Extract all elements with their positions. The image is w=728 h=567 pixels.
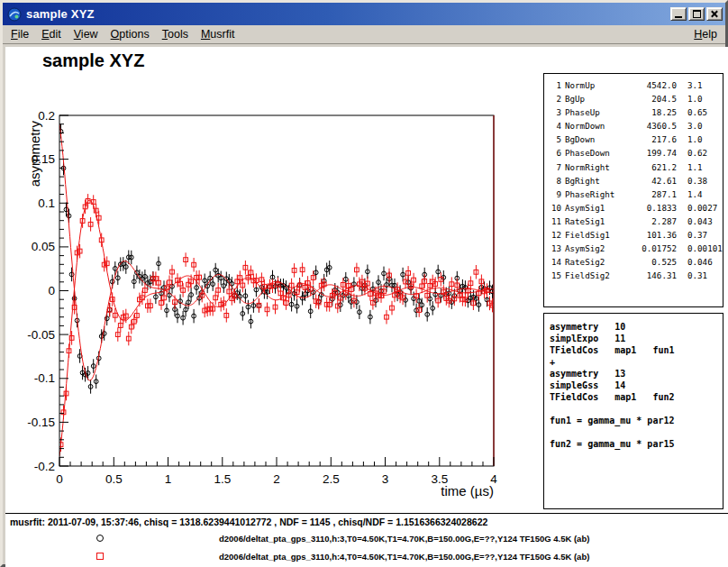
menu-item-tools[interactable]: Tools <box>156 26 195 42</box>
param-index: 4 <box>549 121 561 131</box>
parameter-rows: 1NormUp4542.03.12BgUp204.51.03PhaseUp18.… <box>549 80 723 284</box>
legend-entry-0: d2006/deltat_pta_gps_3110,h:3,T0=4.50K,T… <box>5 531 728 547</box>
param-row-BgUp: 2BgUp204.51.0 <box>549 94 723 107</box>
param-value: 18.25 <box>628 107 677 117</box>
svg-text:1: 1 <box>165 472 172 486</box>
footer-separator <box>5 513 728 514</box>
series-0-errorbars <box>61 124 493 394</box>
maximize-icon <box>693 10 701 18</box>
param-value: 146.31 <box>628 270 677 280</box>
param-row-BgRight: 8BgRight42.610.38 <box>549 176 723 189</box>
plot-frame <box>59 115 494 466</box>
param-name: AsymSig2 <box>565 243 628 253</box>
y-axis-title: asymmetry <box>27 121 42 187</box>
legend-label: d2006/deltat_pta_gps_3110,h:3,T0=4.50K,T… <box>219 534 589 544</box>
svg-text:0: 0 <box>48 284 55 297</box>
param-error: 1.4 <box>687 189 703 199</box>
close-button[interactable] <box>706 7 723 21</box>
param-name: BgUp <box>565 94 628 104</box>
plot-canvas[interactable]: 0.20.150.10.050-0.05-0.1-0.15-0.200.511.… <box>5 47 542 513</box>
param-index: 7 <box>549 162 561 172</box>
param-name: NormDown <box>565 121 628 131</box>
param-name: AsymSig1 <box>565 203 628 213</box>
param-name: FieldSig2 <box>565 270 628 280</box>
param-index: 2 <box>549 94 561 104</box>
menu-help-area: Help <box>687 26 723 42</box>
theory-box: asymmetry 10 simplExpo 11 TFieldCos map1… <box>543 313 723 509</box>
svg-text:1.5: 1.5 <box>214 472 231 486</box>
svg-text:2: 2 <box>273 472 280 486</box>
param-row-BgDown: 5BgDown217.61.0 <box>549 134 723 148</box>
param-value: 621.2 <box>628 162 677 172</box>
svg-text:-0.2: -0.2 <box>34 460 55 473</box>
menu-item-help[interactable]: Help <box>687 26 723 42</box>
svg-text:0.1: 0.1 <box>38 197 55 210</box>
param-error: 0.043 <box>687 216 713 226</box>
param-value: 0.1833 <box>628 203 677 213</box>
param-row-NormDown: 4NormDown4360.53.0 <box>549 121 723 134</box>
menu-item-musrfit[interactable]: Musrfit <box>195 26 241 42</box>
param-name: PhaseUp <box>565 107 628 117</box>
parameter-box: 1NormUp4542.03.12BgUp204.51.03PhaseUp18.… <box>543 73 723 307</box>
canvas-area[interactable]: sample XYZ 0.20.150.10.050-0.05-0.1-0.15… <box>5 47 728 567</box>
param-row-FieldSig1: 12FieldSig1101.360.37 <box>549 230 723 243</box>
param-row-NormUp: 1NormUp4542.03.1 <box>549 80 723 94</box>
param-name: FieldSig1 <box>565 230 628 240</box>
series-0-markers <box>59 129 495 389</box>
menu-items: FileEditViewOptionsToolsMusrfit <box>5 26 241 42</box>
fit-status-line: musrfit: 2011-07-09, 15:37:46, chisq = 1… <box>10 517 487 527</box>
theory-text: asymmetry 10 simplExpo 11 TFieldCos map1… <box>544 314 723 457</box>
maximize-button[interactable] <box>688 7 705 21</box>
menu-item-file[interactable]: File <box>5 26 35 42</box>
param-index: 11 <box>549 216 561 226</box>
param-error: 1.0 <box>687 94 703 104</box>
param-value: 2.287 <box>628 216 677 226</box>
param-value: 204.5 <box>628 94 677 104</box>
param-row-AsymSig2: 13AsymSig20.017520.00101 <box>549 243 723 257</box>
legend-entry-1: d2006/deltat_pta_gps_3110,h:4,T0=4.50K,T… <box>5 549 728 565</box>
menu-item-view[interactable]: View <box>68 26 105 42</box>
param-value: 217.6 <box>628 134 677 144</box>
menu-item-edit[interactable]: Edit <box>35 26 68 42</box>
window-controls <box>670 7 723 21</box>
x-axis-title: time (µs) <box>441 483 494 498</box>
titlebar[interactable]: sample XYZ <box>3 3 725 25</box>
param-error: 0.62 <box>687 148 707 158</box>
svg-text:0.5: 0.5 <box>105 472 123 486</box>
close-icon <box>710 10 719 18</box>
svg-text:-0.15: -0.15 <box>27 416 55 429</box>
fit-curve-0 <box>59 123 494 380</box>
param-error: 0.37 <box>687 230 707 240</box>
param-row-PhaseDown: 6PhaseDown199.740.62 <box>549 148 723 161</box>
minimize-icon <box>675 16 682 18</box>
menu-item-options[interactable]: Options <box>105 26 156 42</box>
legend-label: d2006/deltat_pta_gps_3110,h:4,T0=4.50K,T… <box>219 552 589 562</box>
param-value: 4542.0 <box>628 80 677 90</box>
param-index: 14 <box>549 257 561 267</box>
fit-curve-1 <box>59 200 494 456</box>
param-index: 3 <box>549 107 561 117</box>
param-name: RateSig2 <box>565 257 628 267</box>
svg-text:-0.05: -0.05 <box>27 328 55 342</box>
menubar: FileEditViewOptionsToolsMusrfit Help <box>3 25 725 44</box>
param-name: RateSig1 <box>565 216 628 226</box>
param-index: 1 <box>549 80 561 90</box>
param-index: 15 <box>549 270 561 280</box>
param-row-NormRight: 7NormRight621.21.1 <box>549 162 723 176</box>
param-value: 101.36 <box>628 230 677 240</box>
param-value: 4360.5 <box>628 121 677 131</box>
param-error: 1.0 <box>687 134 703 144</box>
legend-circle-marker <box>95 533 105 544</box>
param-name: PhaseDown <box>565 148 628 158</box>
param-error: 0.31 <box>687 270 707 280</box>
param-value: 287.1 <box>628 189 677 199</box>
param-row-PhaseRight: 9PhaseRight287.11.4 <box>549 189 723 203</box>
svg-text:0: 0 <box>56 472 63 486</box>
param-index: 5 <box>549 134 561 144</box>
param-name: NormRight <box>565 162 628 172</box>
svg-text:2.5: 2.5 <box>323 472 340 486</box>
param-error: 0.38 <box>687 176 707 186</box>
app-window: sample XYZ FileEditViewOptionsToolsMusrf… <box>0 0 728 567</box>
svg-text:0.2: 0.2 <box>38 109 55 123</box>
minimize-button[interactable] <box>670 7 687 21</box>
